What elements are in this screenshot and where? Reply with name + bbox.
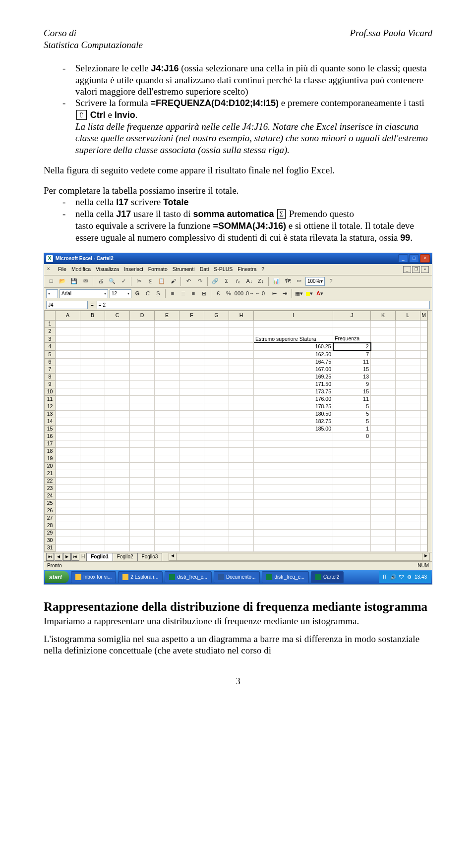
- mail-icon[interactable]: ✉: [80, 276, 90, 286]
- chart-icon[interactable]: 📊: [271, 276, 281, 286]
- table-row[interactable]: 25: [45, 499, 427, 507]
- maximize-button[interactable]: □: [409, 254, 419, 263]
- sort-asc-icon[interactable]: A↓: [244, 276, 254, 286]
- spreadsheet-grid[interactable]: AB CDE FGH IJK LM 123Estremo superiore S…: [44, 311, 427, 552]
- paste-icon[interactable]: 📋: [157, 276, 167, 286]
- tab-nav-next[interactable]: ▶: [63, 553, 71, 561]
- table-row[interactable]: 1: [45, 320, 427, 327]
- align-right-icon[interactable]: ≡: [189, 289, 198, 298]
- close-button[interactable]: ×: [420, 254, 430, 263]
- table-row[interactable]: 5162.507: [45, 351, 427, 359]
- dec-decimal-icon[interactable]: ←.0: [255, 289, 264, 298]
- menu-visualizza[interactable]: Visualizza: [96, 266, 119, 272]
- menu-file[interactable]: File: [58, 266, 66, 272]
- tab-nav-prev[interactable]: ◀: [55, 553, 62, 561]
- table-row[interactable]: 2: [45, 327, 427, 335]
- doc-close[interactable]: ×: [421, 266, 429, 273]
- autosum-icon[interactable]: Σ: [222, 276, 232, 286]
- link-icon[interactable]: 🔗: [210, 276, 220, 286]
- table-row[interactable]: 18: [45, 447, 427, 455]
- table-row[interactable]: 24: [45, 492, 427, 499]
- doc-restore[interactable]: ❐: [412, 266, 420, 273]
- taskbar-item-4[interactable]: distr_freq_c...: [262, 571, 309, 583]
- open-icon[interactable]: 📂: [58, 276, 67, 286]
- table-row[interactable]: 29: [45, 529, 427, 537]
- table-row[interactable]: 7167.0015: [45, 366, 427, 373]
- taskbar-item-5[interactable]: Cartel2: [311, 571, 344, 583]
- table-row[interactable]: 26: [45, 507, 427, 514]
- sheet-tab-2[interactable]: Foglio2: [113, 553, 138, 561]
- taskbar-item-1[interactable]: 2 Esplora r...: [118, 571, 163, 583]
- start-button[interactable]: start: [45, 571, 69, 583]
- menu-dati[interactable]: Dati: [200, 266, 209, 272]
- help-icon[interactable]: ?: [326, 276, 336, 286]
- table-row[interactable]: 13180.505: [45, 410, 427, 418]
- sheet-tab-1[interactable]: Foglio1: [86, 553, 113, 561]
- minimize-button[interactable]: _: [398, 254, 408, 263]
- inc-decimal-icon[interactable]: .0→: [245, 289, 254, 298]
- name-box[interactable]: J4: [46, 301, 88, 309]
- menu-finestra[interactable]: Finestra: [238, 266, 256, 272]
- taskbar-item-3[interactable]: Documento...: [214, 571, 260, 583]
- table-row[interactable]: 4160.252: [45, 343, 427, 351]
- menu-splus[interactable]: S-PLUS: [214, 266, 233, 272]
- percent-icon[interactable]: %: [224, 289, 233, 298]
- vertical-scrollbar[interactable]: [427, 311, 432, 552]
- font-color-icon[interactable]: A▾: [315, 289, 324, 298]
- table-row[interactable]: 19: [45, 455, 427, 462]
- table-row[interactable]: 21: [45, 470, 427, 477]
- table-row[interactable]: 6164.7511: [45, 358, 427, 366]
- font-combo[interactable]: Arial▾: [60, 289, 108, 298]
- tab-nav-first[interactable]: ⏮: [46, 553, 54, 561]
- copy-icon[interactable]: ⎘: [145, 276, 155, 286]
- table-row[interactable]: 10173.7515: [45, 388, 427, 395]
- dec-indent-icon[interactable]: ⇤: [270, 289, 279, 298]
- table-row[interactable]: 11176.0011: [45, 395, 427, 403]
- taskbar-item-0[interactable]: Inbox for vi...: [71, 571, 116, 583]
- italic-icon[interactable]: C: [143, 289, 152, 298]
- sheet-tab-3[interactable]: Foglio3: [137, 553, 163, 561]
- menu-inserisci[interactable]: Inserisci: [124, 266, 143, 272]
- table-row[interactable]: 15185.001: [45, 425, 427, 433]
- table-row[interactable]: 23: [45, 485, 427, 492]
- table-row[interactable]: 30: [45, 537, 427, 544]
- col-headers[interactable]: AB CDE FGH IJK LM: [45, 311, 427, 320]
- table-row[interactable]: 9171.509: [45, 380, 427, 388]
- currency-icon[interactable]: €: [214, 289, 223, 298]
- taskbar-item-2[interactable]: distr_freq_c...: [165, 571, 212, 583]
- table-row[interactable]: 20: [45, 462, 427, 470]
- table-row[interactable]: 3Estremo superiore StaturaFrequenza: [45, 335, 427, 343]
- cut-icon[interactable]: ✂: [134, 276, 144, 286]
- table-row[interactable]: 8169.2513: [45, 373, 427, 380]
- menu-strumenti[interactable]: Strumenti: [173, 266, 195, 272]
- table-row[interactable]: 12178.255: [45, 403, 427, 410]
- borders-icon[interactable]: ▦▾: [295, 289, 303, 298]
- doc-minimize[interactable]: _: [403, 266, 411, 273]
- save-icon[interactable]: 💾: [69, 276, 79, 286]
- menu-help[interactable]: ?: [261, 266, 264, 272]
- table-row[interactable]: 22: [45, 477, 427, 485]
- drawing-icon[interactable]: ✏: [294, 276, 304, 286]
- inc-indent-icon[interactable]: ⇥: [280, 289, 289, 298]
- table-row[interactable]: 17: [45, 440, 427, 447]
- print-icon[interactable]: 🖨: [96, 276, 106, 286]
- menu-modifica[interactable]: Modifica: [71, 266, 91, 272]
- thousands-icon[interactable]: 000: [235, 289, 243, 298]
- fontsize-combo[interactable]: 12▾: [110, 289, 131, 298]
- format-painter-icon[interactable]: 🖌: [168, 276, 178, 286]
- horizontal-scrollbar[interactable]: ◀▶: [169, 553, 430, 561]
- align-center-icon[interactable]: ≣: [178, 289, 187, 298]
- tab-nav-last[interactable]: ⏭: [71, 553, 79, 561]
- redo-icon[interactable]: ↷: [195, 276, 205, 286]
- fx-icon[interactable]: fₓ: [233, 276, 243, 286]
- preview-icon[interactable]: 🔍: [107, 276, 117, 286]
- system-tray[interactable]: IT 🔊 🛡 ⚙ 13.43: [379, 571, 431, 583]
- fill-color-icon[interactable]: ▾: [305, 289, 314, 298]
- zoom-combo[interactable]: 100% ▾: [305, 277, 325, 286]
- bold-icon[interactable]: G: [133, 289, 142, 298]
- table-row[interactable]: 160: [45, 433, 427, 440]
- merge-icon[interactable]: ⊞: [199, 289, 208, 298]
- table-row[interactable]: 27: [45, 514, 427, 522]
- align-left-icon[interactable]: ≡: [168, 289, 177, 298]
- formula-value[interactable]: = 2: [97, 301, 430, 309]
